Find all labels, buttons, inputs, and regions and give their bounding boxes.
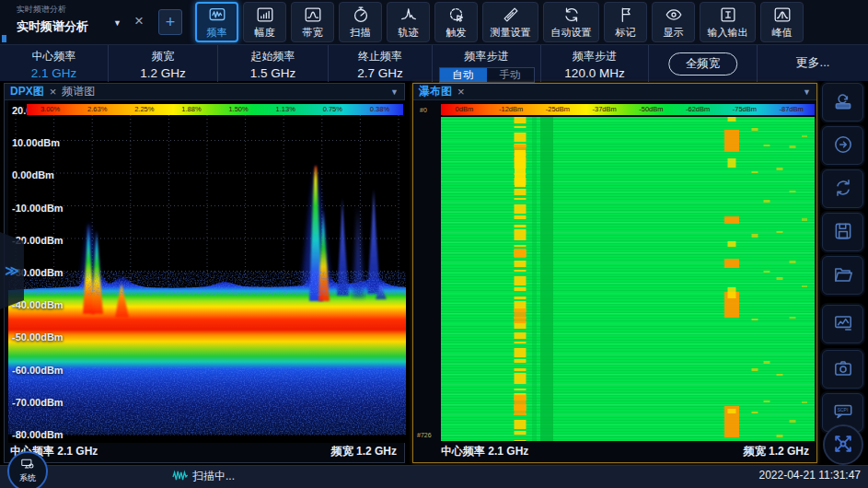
scpi-icon: SCPI <box>832 401 854 425</box>
layout-icon <box>832 312 854 337</box>
toolbar-sweep-button[interactable]: 扫描 <box>339 2 382 42</box>
toolbar-button-label: 自动设置 <box>551 26 592 40</box>
tab-spectrum[interactable]: 频谱图 <box>62 84 95 99</box>
waterfall-footer-center-freq: 中心频率 2.1 GHz <box>441 444 528 459</box>
waterfall-level-color-scale: 0dBm-12dBm-25dBm-37dBm-50dBm-62dBm-75dBm… <box>441 104 815 115</box>
toolbar-bandwidth-button[interactable]: 带宽 <box>291 2 334 42</box>
step-value-field[interactable]: 频率步进 120.0 MHz <box>541 45 649 82</box>
scale-label: 0dBm <box>441 104 488 115</box>
toolbar-input-output-button[interactable]: 输入输出 <box>700 2 756 42</box>
side-drawer-handle[interactable]: ≫ <box>0 232 24 309</box>
toolbar-auto-setup-button[interactable]: 自动设置 <box>543 2 599 42</box>
scale-label: 2.25% <box>121 104 168 115</box>
svg-text:SCPI: SCPI <box>837 407 848 412</box>
open-button[interactable] <box>822 256 863 295</box>
stop-frequency-field[interactable]: 终止频率 2.7 GHz <box>329 45 433 82</box>
bandwidth-icon <box>303 5 323 25</box>
marker-icon <box>616 5 636 25</box>
scale-label: 1.50% <box>215 104 262 115</box>
frequency-parameter-bar: 中心频率 2.1 GHz 频宽 1.2 GHz 起始频率 1.5 GHz 终止频… <box>0 44 868 81</box>
toolbar-button-group: 频率幅度带宽扫描轨迹触发测量设置自动设置标记显示输入输出峰值 <box>195 2 804 42</box>
y-axis-label: -60.00dBm <box>12 365 64 376</box>
start-frequency-value[interactable]: 1.5 GHz <box>218 66 328 80</box>
field-label: 频宽 <box>109 49 217 64</box>
toggle-option-manual[interactable]: 手动 <box>487 68 534 82</box>
double-chevron-right-icon: ≫ <box>5 262 19 279</box>
full-span-button[interactable]: 全频宽 <box>668 52 738 76</box>
scale-label: -62dBm <box>675 104 722 115</box>
scale-label: 1.88% <box>168 104 214 115</box>
window-layout-button[interactable] <box>822 305 863 343</box>
save-icon <box>832 220 854 245</box>
sweep-icon <box>351 5 371 25</box>
continuous-button[interactable] <box>822 169 863 208</box>
close-tab-icon[interactable]: × <box>457 87 465 98</box>
toolbar-button-label: 触发 <box>446 26 467 40</box>
step-mode-toggle[interactable]: 自动 手动 <box>439 67 535 83</box>
toolbar-button-label: 测量设置 <box>491 26 531 40</box>
scale-label: -50dBm <box>628 104 675 115</box>
save-button[interactable] <box>822 213 863 251</box>
display-icon <box>664 5 684 25</box>
field-label: 起始频率 <box>218 49 328 64</box>
preset-button[interactable] <box>822 83 863 122</box>
run-icon <box>832 134 854 158</box>
step-value[interactable]: 120.0 MHz <box>541 66 648 80</box>
system-menu-button[interactable]: 系统 <box>7 451 48 488</box>
center-frequency-field[interactable]: 中心频率 2.1 GHz <box>0 45 109 82</box>
toolbar-button-label: 扫描 <box>351 26 371 40</box>
camera-icon <box>832 357 854 382</box>
y-axis-label: -50.00dBm <box>12 331 64 343</box>
toolbar-peak-button[interactable]: 峰值 <box>760 2 804 42</box>
scale-label: -87dBm <box>768 104 815 115</box>
span-field[interactable]: 频宽 1.2 GHz <box>109 45 218 82</box>
tab-waterfall[interactable]: 瀑布图 <box>419 84 452 99</box>
more-options-link[interactable]: 更多... <box>758 45 868 80</box>
right-sidebar: SCPI <box>819 83 868 465</box>
session-tab-title[interactable]: 实时频谱分析 <box>17 18 88 35</box>
screenshot-button[interactable] <box>822 350 863 389</box>
system-monitor-icon <box>21 459 34 472</box>
close-tab-icon[interactable]: × <box>50 87 57 98</box>
run-button[interactable] <box>822 126 863 165</box>
full-span-field: 全频宽 <box>649 45 758 82</box>
scale-label: 3.00% <box>27 104 74 115</box>
toggle-option-auto[interactable]: 自动 <box>440 68 487 82</box>
add-session-button[interactable]: + <box>158 9 182 35</box>
dpx-spectrum-panel: DPX图 × 频谱图 ▼ <box>4 83 405 463</box>
toolbar-amplitude-button[interactable]: 幅度 <box>243 2 286 42</box>
dpx-density-color-scale: 3.00%2.63%2.25%1.88%1.50%1.13%0.75%0.38% <box>27 104 403 115</box>
top-toolbar: 实时频谱分析 实时频谱分析 ▼ × + 频率幅度带宽扫描轨迹触发测量设置自动设置… <box>0 0 868 44</box>
navigation-fab-button[interactable] <box>823 424 863 465</box>
scale-label: 0.38% <box>356 104 403 115</box>
toolbar-trigger-button[interactable]: 触发 <box>434 2 478 42</box>
toolbar-measure-setup-button[interactable]: 测量设置 <box>482 2 538 42</box>
span-value[interactable]: 1.2 GHz <box>109 66 217 80</box>
waterfall-panel[interactable]: 瀑布图 × ▼ #0 #726 0dBm-12dBm-25dBm-37dBm-5… <box>412 83 817 463</box>
open-icon <box>832 263 854 288</box>
first-trace-number: #0 <box>420 107 427 113</box>
system-label: 系统 <box>19 472 36 484</box>
toolbar-frequency-button[interactable]: 频率 <box>195 2 238 42</box>
chevron-down-icon[interactable]: ▼ <box>803 87 811 97</box>
measure-icon <box>501 5 521 25</box>
chevron-down-icon[interactable]: ▼ <box>390 87 399 97</box>
move-arrows-icon <box>831 432 855 459</box>
toolbar-display-button[interactable]: 显示 <box>652 2 695 42</box>
trace-icon <box>399 5 419 25</box>
start-frequency-field[interactable]: 起始频率 1.5 GHz <box>218 45 329 82</box>
last-trace-number: #726 <box>417 432 432 438</box>
toolbar-trace-button[interactable]: 轨迹 <box>387 2 430 42</box>
chevron-down-icon[interactable]: ▼ <box>113 18 122 28</box>
tab-dpx[interactable]: DPX图 <box>10 84 44 99</box>
center-frequency-value[interactable]: 2.1 GHz <box>0 66 108 80</box>
toolbar-button-label: 轨迹 <box>399 26 419 40</box>
scale-label: 2.63% <box>74 104 121 115</box>
toolbar-button-label: 显示 <box>664 26 684 40</box>
y-axis-label: 0.00dBm <box>12 169 54 180</box>
io-icon <box>718 5 738 25</box>
toolbar-marker-button[interactable]: 标记 <box>604 2 647 42</box>
stop-frequency-value[interactable]: 2.7 GHz <box>329 66 432 80</box>
close-tab-icon[interactable]: × <box>129 11 149 31</box>
toolbar-button-label: 幅度 <box>255 26 275 40</box>
